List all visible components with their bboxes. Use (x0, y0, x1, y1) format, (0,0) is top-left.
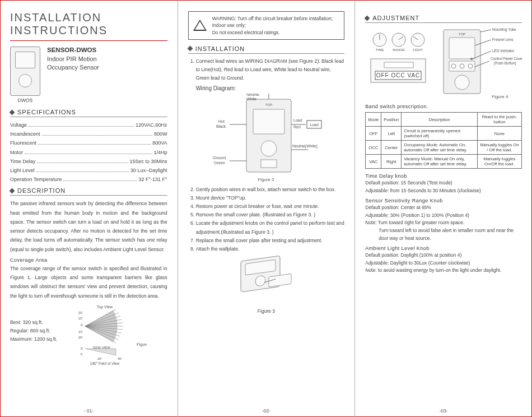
diamond-icon (10, 188, 15, 193)
warning-box: WARNING: Turn off the circuit breaker be… (188, 11, 345, 40)
svg-text:LED Indicator: LED Indicator (492, 49, 515, 53)
document-page: INSTALLATION INSTRUCTIONS DWOS SENSOR-DW… (0, 0, 532, 417)
svg-text:(Push Button): (Push Button) (494, 61, 516, 66)
table-header-row: Mode Position Description React to the p… (366, 113, 522, 127)
diamond-icon (187, 46, 193, 52)
svg-text:Mounting Yoke: Mounting Yoke (492, 27, 516, 32)
svg-text:LIGHT: LIGHT (413, 48, 423, 52)
spec-row: Motor1/4Hp (10, 148, 167, 157)
diamond-icon (10, 109, 15, 115)
section-label: ADJUSTMENT (372, 15, 419, 21)
table-row: OFF Left Circuit is permanently opened. … (366, 127, 522, 141)
time-knob-head: Time Delay knob (365, 173, 522, 179)
svg-text:Control Panel Cover: Control Panel Cover (491, 57, 522, 61)
svg-text:10': 10' (78, 317, 83, 320)
spec-row: Incandescent800W (10, 129, 167, 138)
svg-text:Figure 4: Figure 4 (492, 94, 508, 99)
svg-rect-27 (261, 160, 277, 168)
step-1: Connect lead wires as WIRING DIAGRAM (se… (196, 57, 345, 83)
svg-point-70 (455, 75, 469, 90)
fig4-right: TOP Mounting Yoke Fresnel Lens LED Indic… (438, 26, 522, 100)
svg-text:Red: Red (293, 125, 301, 129)
column-3: ADJUSTMENT TIME RANGE (354, 0, 532, 417)
svg-text:20': 20' (78, 336, 83, 339)
spec-list: Voltage120VAC,60Hz Incandescent800W Fluo… (10, 121, 167, 184)
fig4-left: TIME RANGE LIGHT OFF OCC V (365, 26, 433, 95)
diamond-icon (365, 15, 370, 21)
light-knob-head: Ambient Light Level Knob (365, 245, 522, 251)
product-name: SENSOR-DWOS (47, 47, 99, 53)
spec-row: Time Delay15Sec to 30Mins (10, 157, 167, 166)
step-3: Mount device "TOP"up. (196, 194, 345, 202)
svg-text:Load: Load (310, 123, 319, 127)
section-label: SPECIFICATIONS (17, 109, 76, 115)
product-sub1: Indoor PIR Motion (47, 55, 99, 63)
step-7: Replace the small cover plate after test… (196, 237, 345, 245)
svg-point-71 (470, 58, 473, 60)
description-text: The passive infrared sensors work by det… (10, 199, 167, 254)
svg-text:TIME: TIME (376, 48, 384, 52)
section-installation: INSTALLATION (188, 45, 345, 52)
band-switch-head: Band switch prescription. (365, 104, 522, 109)
figure-4-row: TIME RANGE LIGHT OFF OCC V (365, 26, 522, 100)
coverage-text: The coverage range of the sensor switch … (10, 264, 167, 300)
svg-text:180° Field of View: 180° Field of View (90, 362, 120, 365)
svg-text:Black: Black (216, 124, 226, 128)
svg-text:TOP: TOP (265, 103, 272, 106)
product-title-block: SENSOR-DWOS Indoor PIR Motion Occupancy … (47, 47, 99, 72)
page-number: - 01- (0, 408, 178, 414)
svg-text:RANGE: RANGE (393, 48, 405, 52)
svg-text:TOP: TOP (459, 33, 465, 36)
svg-text:20': 20' (97, 357, 102, 360)
svg-text:40': 40' (118, 357, 122, 360)
svg-point-68 (460, 64, 464, 68)
step-5: Remove the small cover plate. (Illustrat… (196, 211, 345, 219)
column-1: INSTALLATION INSTRUCTIONS DWOS SENSOR-DW… (0, 0, 178, 417)
wiring-label: Wiring Diagram: (196, 85, 345, 91)
svg-text:20': 20' (78, 311, 83, 314)
spec-row: Voltage120VAC,60Hz (10, 121, 167, 129)
table-row: OCC Center Occupancy Mode: Automatic On,… (366, 141, 522, 155)
install-steps-cont: Gently position wires in wall box, attac… (188, 186, 345, 254)
step-4: Restore power at circuit breaker or fuse… (196, 202, 345, 211)
figure-1: Top View 20' 10' 0 10' 20' (63, 304, 167, 367)
fig3-caption: Figure 3 (188, 308, 345, 314)
spec-row: Fluorescent800VA (10, 138, 167, 147)
svg-point-26 (261, 141, 277, 156)
rule (365, 22, 522, 23)
svg-text:0: 0 (81, 323, 83, 327)
rule (188, 53, 345, 54)
warning-icon (193, 20, 207, 31)
section-description: DESCRIPTION (10, 187, 167, 194)
svg-text:Neutral: Neutral (246, 94, 259, 96)
fig4-device: TOP Mounting Yoke Fresnel Lens LED Indic… (438, 26, 522, 99)
figure-2: TOP Neutral White Hot Black Load Red Loa… (207, 94, 325, 183)
fig4-knobs: TIME RANGE LIGHT OFF OCC V (365, 26, 432, 94)
band-table: Mode Position Description React to the p… (365, 112, 522, 169)
svg-rect-65 (449, 38, 475, 59)
page-number: -02- (178, 408, 355, 414)
cov-max: Maximum: 1200 sq.ft. (10, 335, 57, 344)
product-image (10, 47, 40, 96)
doc-title: INSTALLATION INSTRUCTIONS (10, 11, 167, 37)
cov-best: Best: 320 sq.ft. (10, 318, 57, 327)
svg-text:Green: Green (214, 161, 225, 165)
svg-text:5': 5' (81, 347, 83, 350)
step-2: Gently position wires in wall box, attac… (196, 186, 345, 194)
section-specifications: SPECIFICATIONS (10, 109, 167, 115)
svg-rect-60 (384, 62, 413, 68)
section-label: INSTALLATION (195, 45, 245, 52)
svg-text:Figure 2: Figure 2 (258, 177, 275, 182)
coverage-svg: Top View 20' 10' 0 10' 20' (63, 304, 147, 365)
rule (10, 40, 167, 41)
column-2: WARNING: Turn off the circuit breaker be… (178, 0, 355, 417)
spec-row: Light Level30 Lux--Daylight (10, 166, 167, 175)
step-6: Locate the adjustment knobs on the contr… (196, 219, 345, 236)
top-view-label: Top View (97, 305, 113, 309)
product-header: DWOS SENSOR-DWOS Indoor PIR Motion Occup… (10, 47, 167, 103)
svg-text:White: White (246, 97, 256, 101)
svg-line-72 (480, 30, 491, 32)
install-steps: Connect lead wires as WIRING DIAGRAM (se… (188, 57, 345, 83)
section-adjustment: ADJUSTMENT (365, 15, 522, 21)
svg-text:Neutral(White): Neutral(White) (292, 144, 318, 149)
